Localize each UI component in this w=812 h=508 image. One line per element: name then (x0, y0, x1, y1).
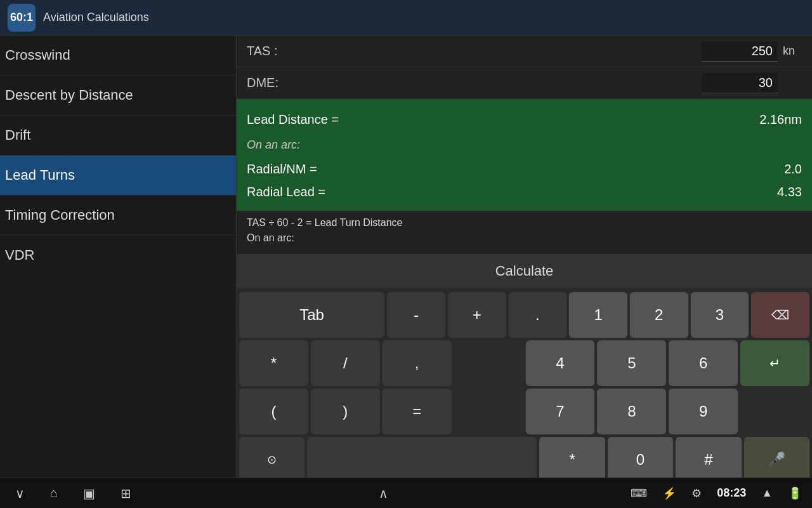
key-8[interactable]: 8 (597, 389, 666, 434)
home-button[interactable]: ⌂ (45, 483, 63, 503)
radial-nm-value: 2.0 (784, 162, 802, 177)
key-tab[interactable]: Tab (239, 292, 384, 338)
keyboard-row-3: ( ) = 7 8 9 (239, 389, 809, 434)
key-open-paren[interactable]: ( (239, 389, 308, 434)
key-empty-r3 (454, 389, 523, 434)
key-6[interactable]: 6 (669, 340, 738, 386)
keyboard-row-4: ⊙ * 0 # 🎤 (239, 437, 809, 478)
sidebar-item-descent[interactable]: Descent by Distance (0, 76, 236, 116)
app-icon: 60:1 (8, 4, 36, 32)
keyboard-row-2: * / , 4 5 6 ↵ (239, 340, 809, 386)
key-0[interactable]: 0 (608, 437, 673, 478)
on-arc-label: On an arc: (247, 138, 300, 152)
key-asterisk[interactable]: * (539, 437, 605, 478)
app-header: 60:1 Aviation Calculations (0, 0, 812, 36)
radial-lead-row: Radial Lead = 4.33 (247, 180, 802, 203)
key-enter[interactable]: ↵ (740, 340, 809, 386)
formula-text: TAS ÷ 60 - 2 = Lead Turn Distance (247, 217, 802, 229)
tas-label: TAS : (247, 44, 702, 58)
tas-unit: kn (783, 44, 802, 58)
calc-area: TAS : kn DME: Lead Distance = 2.16nm On … (237, 36, 812, 288)
usb-icon: ⚡ (662, 486, 676, 500)
radial-nm-row: Radial/NM = 2.0 (247, 157, 802, 180)
key-5[interactable]: 5 (597, 340, 666, 386)
radial-nm-label: Radial/NM = (247, 162, 784, 177)
sidebar-item-vdr[interactable]: VDR (0, 236, 236, 274)
sys-center: ∧ (152, 483, 615, 504)
lead-distance-label: Lead Distance = (247, 112, 759, 127)
back-button[interactable]: ∨ (10, 483, 30, 504)
key-multiply[interactable]: * (239, 340, 308, 386)
on-arc-row: On an arc: (247, 132, 802, 157)
key-7[interactable]: 7 (526, 389, 595, 434)
lead-distance-section: Lead Distance = 2.16nm On an arc: Radial… (237, 99, 812, 211)
keyboard-row-1: Tab - + . 1 2 3 ⌫ (239, 292, 809, 338)
key-9[interactable]: 9 (669, 389, 738, 434)
settings-icon: ⚙ (691, 486, 702, 500)
on-arc-label2: On an arc: (247, 232, 802, 244)
sidebar-item-timing[interactable]: Timing Correction (0, 196, 236, 236)
key-divide[interactable]: / (311, 340, 380, 386)
system-bar: ∨ ⌂ ▣ ⊞ ∧ ⌨ ⚡ ⚙ 08:23 ▲ 🔋 (0, 478, 812, 508)
key-space-wide[interactable] (307, 437, 537, 478)
dme-row: DME: (237, 67, 812, 99)
sidebar: Crosswind Descent by Distance Drift Lead… (0, 36, 237, 478)
recent-button[interactable]: ▣ (78, 483, 100, 504)
key-4[interactable]: 4 (526, 340, 595, 386)
radial-lead-value: 4.33 (777, 185, 802, 199)
key-backspace[interactable]: ⌫ (751, 292, 809, 338)
key-special[interactable]: ⊙ (239, 437, 304, 478)
lead-distance-value: 2.16nm (759, 112, 802, 127)
key-comma[interactable]: , (383, 340, 452, 386)
key-3[interactable]: 3 (691, 292, 749, 338)
chevron-up-button[interactable]: ∧ (374, 483, 393, 504)
key-empty-enter2 (740, 389, 809, 434)
tas-input[interactable] (702, 41, 778, 62)
dme-input[interactable] (702, 73, 778, 93)
battery-icon: 🔋 (788, 486, 802, 500)
key-1[interactable]: 1 (569, 292, 627, 338)
radial-lead-label: Radial Lead = (247, 185, 777, 199)
lead-distance-row: Lead Distance = 2.16nm (247, 107, 802, 132)
system-time: 08:23 (717, 486, 746, 500)
sidebar-item-crosswind[interactable]: Crosswind (0, 36, 236, 76)
key-equals[interactable]: = (383, 389, 452, 434)
sidebar-item-drift[interactable]: Drift (0, 116, 236, 156)
keyboard: Tab - + . 1 2 3 ⌫ * / , 4 5 6 ↵ (237, 288, 812, 478)
screenshot-button[interactable]: ⊞ (115, 483, 136, 504)
info-section: TAS ÷ 60 - 2 = Lead Turn Distance On an … (237, 211, 812, 254)
dme-label: DME: (247, 76, 702, 90)
main-content: Crosswind Descent by Distance Drift Lead… (0, 36, 812, 478)
network-icon: ▲ (761, 486, 773, 500)
key-plus[interactable]: + (448, 292, 506, 338)
app-icon-label: 60:1 (10, 11, 33, 24)
keyboard-icon: ⌨ (631, 486, 647, 500)
key-empty-r2 (454, 340, 523, 386)
tas-row: TAS : kn (237, 36, 812, 67)
key-minus[interactable]: - (387, 292, 445, 338)
key-mic[interactable]: 🎤 (744, 437, 809, 478)
right-panel: TAS : kn DME: Lead Distance = 2.16nm On … (237, 36, 812, 478)
app-title: Aviation Calculations (43, 11, 149, 24)
key-close-paren[interactable]: ) (311, 389, 380, 434)
sidebar-item-lead-turns[interactable]: Lead Turns (0, 156, 236, 196)
calculate-button[interactable]: Calculate (237, 254, 812, 288)
key-hash[interactable]: # (676, 437, 741, 478)
key-2[interactable]: 2 (630, 292, 688, 338)
key-dot[interactable]: . (509, 292, 567, 338)
